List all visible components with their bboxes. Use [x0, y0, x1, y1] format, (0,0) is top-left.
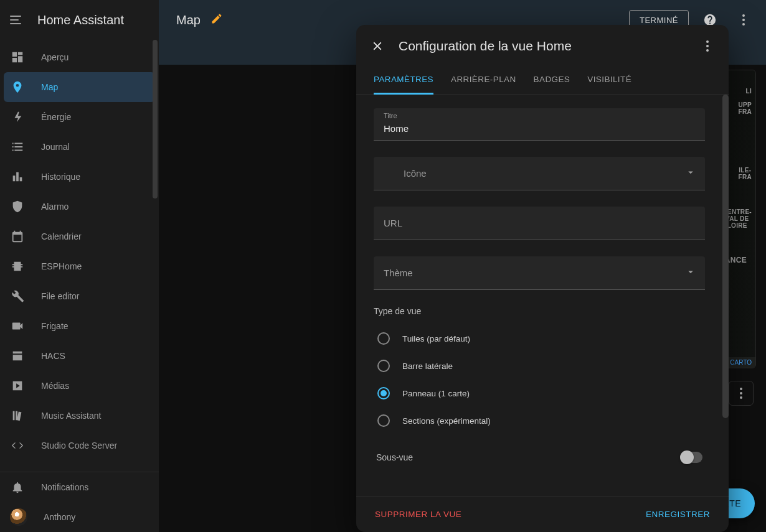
title-field[interactable]: Titre [374, 108, 705, 141]
camera-icon [10, 319, 25, 334]
calendar-icon [10, 229, 25, 244]
sidebar-item-logbook[interactable]: Journal [4, 132, 155, 162]
sidebar-scrollbar[interactable] [153, 40, 158, 472]
sidebar-item-notifications[interactable]: Notifications [0, 472, 159, 502]
delete-view-button[interactable]: SUPPRIMER LA VUE [369, 505, 468, 524]
subview-label: Sous-vue [376, 452, 413, 462]
menu-toggle[interactable] [10, 12, 25, 27]
viewtype-tiles[interactable]: Tuiles (par défaut) [374, 325, 705, 352]
shield-icon [10, 199, 25, 214]
sidebar-item-label: Notifications [41, 482, 88, 492]
chevron-down-icon [685, 266, 696, 280]
icon-input[interactable] [374, 157, 705, 190]
tab-visibility[interactable]: VISIBILITÉ [587, 67, 631, 94]
sidebar-item-label: Alarmo [41, 202, 69, 212]
view-type-label: Type de vue [374, 306, 705, 316]
sidebar-item-label: HACS [41, 351, 65, 361]
sidebar-item-calendar[interactable]: Calendrier [4, 222, 155, 251]
icon-field[interactable]: Icône [374, 157, 705, 190]
sidebar-item-musicassistant[interactable]: Music Assistant [4, 401, 155, 431]
sidebar-item-label: Énergie [41, 112, 71, 122]
sidebar-item-label: ESPHome [41, 261, 82, 271]
sidebar-item-label: Calendrier [41, 231, 82, 241]
save-button[interactable]: ENREGISTRER [640, 505, 716, 524]
chip-icon [10, 259, 25, 274]
sidebar-item-label: Map [41, 82, 58, 92]
theme-field[interactable]: Thème [374, 256, 705, 290]
map-icon [10, 80, 25, 95]
tab-badges[interactable]: BADGES [534, 67, 570, 94]
sidebar-item-alarmo[interactable]: Alarmo [4, 192, 155, 222]
view-config-dialog: Configuration de la vue Home PARAMÈTRES … [356, 25, 729, 532]
sidebar-item-label: Frigate [41, 321, 69, 331]
sidebar-item-overview[interactable]: Aperçu [4, 42, 155, 72]
wrench-icon [10, 289, 25, 304]
chevron-down-icon [685, 167, 696, 180]
list-icon [10, 139, 25, 154]
chart-icon [10, 169, 25, 184]
radio-label: Barre latérale [402, 362, 453, 371]
dialog-more-icon[interactable] [697, 36, 717, 56]
radio[interactable] [377, 360, 390, 372]
viewtype-sidebar[interactable]: Barre latérale [374, 352, 705, 380]
dialog-scrollbar[interactable] [722, 95, 729, 418]
sidebar-item-hacs[interactable]: HACS [4, 341, 155, 371]
sidebar-item-esphome[interactable]: ESPHome [4, 251, 155, 281]
sidebar-item-frigate[interactable]: Frigate [4, 311, 155, 341]
sidebar-item-media[interactable]: Médias [4, 371, 155, 401]
store-icon [10, 348, 25, 363]
viewtype-panel[interactable]: Panneau (1 carte) [374, 380, 705, 407]
radio-label: Panneau (1 carte) [402, 389, 470, 398]
sidebar-item-label: Music Assistant [41, 411, 101, 421]
url-field[interactable]: URL [374, 207, 705, 240]
bell-icon [10, 480, 25, 495]
close-icon[interactable] [367, 36, 387, 56]
code-icon [10, 438, 25, 453]
sidebar-item-map[interactable]: Map [4, 72, 155, 102]
radio[interactable] [377, 414, 390, 427]
sidebar-item-profile[interactable]: Anthony [0, 502, 159, 532]
radio-label: Tuiles (par défaut) [402, 334, 470, 343]
tab-settings[interactable]: PARAMÈTRES [374, 67, 433, 95]
sidebar-item-label: Médias [41, 381, 69, 391]
radio[interactable] [377, 387, 390, 399]
title-input[interactable] [374, 108, 705, 140]
theme-input[interactable] [374, 256, 705, 289]
viewtype-sections[interactable]: Sections (expérimental) [374, 407, 705, 434]
library-icon [10, 408, 25, 423]
bolt-icon [10, 110, 25, 124]
sidebar-item-history[interactable]: Historique [4, 162, 155, 192]
app-title: Home Assistant [37, 13, 124, 27]
sidebar-item-label: Aperçu [41, 52, 69, 62]
profile-name: Anthony [44, 512, 75, 522]
dialog-title: Configuration de la vue Home [399, 39, 686, 54]
avatar [10, 508, 27, 526]
radio-label: Sections (expérimental) [402, 416, 491, 426]
url-input[interactable] [374, 207, 705, 240]
tab-background[interactable]: ARRIÈRE-PLAN [451, 67, 516, 94]
sidebar-item-label: File editor [41, 291, 79, 301]
sidebar-item-energy[interactable]: Énergie [4, 102, 155, 132]
sidebar-item-label: Journal [41, 142, 70, 152]
play-icon [10, 378, 25, 393]
sidebar-item-codeserver[interactable]: Studio Code Server [4, 431, 155, 460]
subview-switch[interactable] [680, 452, 702, 463]
radio[interactable] [377, 332, 390, 345]
sidebar-item-fileeditor[interactable]: File editor [4, 281, 155, 311]
dashboard-icon [10, 50, 25, 65]
sidebar-item-label: Historique [41, 172, 80, 182]
sidebar-item-label: Studio Code Server [41, 441, 117, 450]
